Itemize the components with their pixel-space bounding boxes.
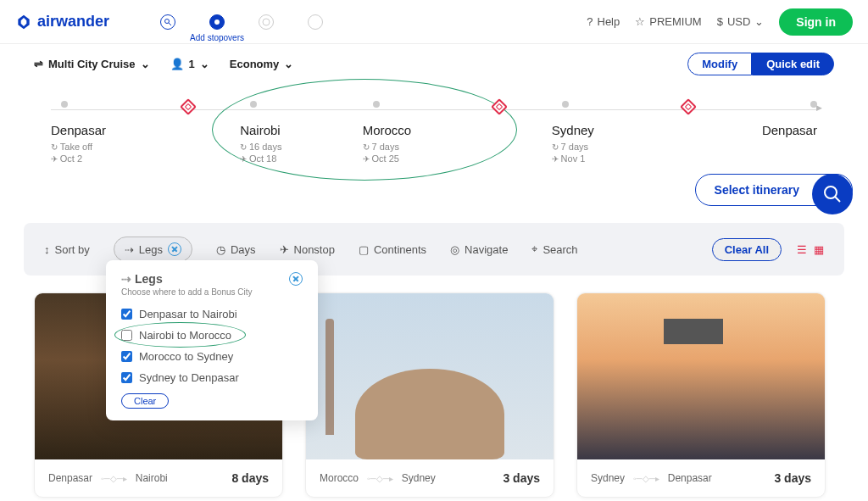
stop-morocco[interactable]: Morocco7 daysOct 25 <box>363 101 439 164</box>
brand-name: airwander <box>37 13 109 31</box>
legs-filter[interactable]: ⇢Legs <box>114 237 192 262</box>
svg-point-3 <box>263 19 270 25</box>
search-filter[interactable]: ⌖Search <box>531 242 577 256</box>
help-link[interactable]: ?Help <box>587 15 620 28</box>
trip-type-selector[interactable]: ⇌Multi City Cruise⌄ <box>34 58 150 70</box>
grid-view-icon[interactable]: ▦ <box>814 243 824 256</box>
svg-line-1 <box>169 23 171 25</box>
svg-line-5 <box>835 197 840 202</box>
step-label: Add stopovers <box>190 33 244 42</box>
stop-denpasar-1[interactable]: DenpasarTake offOct 2 <box>51 101 127 164</box>
legs-popup: ⇢Legs Choose where to add a Bonus City D… <box>106 260 318 420</box>
globe-icon <box>262 18 270 26</box>
chevron-down-icon: ⌄ <box>284 58 293 70</box>
logo[interactable]: airwander <box>15 13 109 31</box>
itinerary-timeline: DenpasarTake offOct 2 Nairobi16 daysOct … <box>0 84 868 174</box>
stop-nairobi[interactable]: Nairobi16 daysOct 18 <box>240 101 316 164</box>
modify-button[interactable]: Modify <box>687 53 752 75</box>
route-arrow-icon: ◦─◇─▸ <box>367 474 393 483</box>
plane-icon: ✈ <box>280 243 289 256</box>
filter-bar: ↕Sort by ⇢Legs ◷Days ✈Nonstop ▢Continent… <box>24 223 844 276</box>
app-header: airwander Add stopovers ?Help ☆PREMIUM $… <box>0 0 868 44</box>
premium-link[interactable]: ☆PREMIUM <box>635 15 701 28</box>
stop-sydney[interactable]: Sydney7 daysNov 1 <box>552 101 628 164</box>
continents-filter[interactable]: ▢Continents <box>359 243 426 256</box>
days-filter[interactable]: ◷Days <box>216 243 256 256</box>
chevron-down-icon: ⌄ <box>141 58 150 70</box>
timeline-stops: DenpasarTake offOct 2 Nairobi16 daysOct … <box>51 101 817 164</box>
close-icon[interactable] <box>168 242 181 256</box>
close-icon[interactable] <box>289 272 303 286</box>
sort-icon: ↕ <box>44 243 50 256</box>
cabin-selector[interactable]: Economy⌄ <box>230 58 294 70</box>
currency-selector[interactable]: $USD⌄ <box>717 15 765 28</box>
route-icon: ⇌ <box>34 58 43 70</box>
pin-icon: ⌖ <box>531 242 537 256</box>
stopover-icon <box>213 18 221 26</box>
passenger-selector[interactable]: 👤1⌄ <box>170 58 209 70</box>
map-icon: ▢ <box>359 243 369 256</box>
help-icon: ? <box>587 15 593 28</box>
leg-checkbox-3[interactable]: Morocco to Sydney <box>121 346 303 367</box>
nonstop-filter[interactable]: ✈Nonstop <box>280 243 335 256</box>
add-stopover-slot-3[interactable] <box>674 101 694 164</box>
stop-denpasar-2[interactable]: Denpasar <box>741 101 817 164</box>
chevron-down-icon: ⌄ <box>754 15 764 28</box>
popup-title: Legs <box>135 272 163 286</box>
clear-all-button[interactable]: Clear All <box>712 238 782 261</box>
logo-icon <box>15 14 32 31</box>
signin-button[interactable]: Sign in <box>779 8 853 36</box>
chevron-down-icon: ⌄ <box>200 58 209 70</box>
search-icon <box>164 19 171 25</box>
leg-checkbox-1[interactable]: Denpasar to Nairobi <box>121 303 303 325</box>
search-fab[interactable] <box>812 174 853 214</box>
step-4[interactable] <box>308 14 323 30</box>
popup-clear-button[interactable]: Clear <box>121 393 169 409</box>
svg-point-0 <box>165 19 170 23</box>
popup-subtitle: Choose where to add a Bonus City <box>121 287 303 297</box>
svg-point-2 <box>214 19 220 25</box>
quick-edit-button[interactable]: Quick edit <box>752 53 834 75</box>
result-card-3[interactable]: Sydney◦─◇─▸Denpasar3 days <box>576 292 826 498</box>
legs-icon: ⇢ <box>121 272 131 286</box>
search-options-row: ⇌Multi City Cruise⌄ 👤1⌄ Economy⌄ Modify … <box>0 44 868 84</box>
leg-checkbox-4[interactable]: Sydney to Denpasar <box>121 367 303 388</box>
list-view-icon[interactable]: ☰ <box>797 243 807 256</box>
compass-icon: ◎ <box>450 243 459 256</box>
step-1[interactable] <box>160 14 175 30</box>
currency-icon: $ <box>717 15 723 28</box>
star-icon: ☆ <box>635 15 645 28</box>
add-stopover-slot-1[interactable] <box>174 101 194 164</box>
card-image <box>577 293 825 459</box>
person-icon: 👤 <box>170 58 184 70</box>
route-arrow-icon: ◦─◇─▸ <box>101 474 127 483</box>
svg-point-4 <box>825 186 837 198</box>
clock-icon: ◷ <box>216 243 225 256</box>
sort-filter[interactable]: ↕Sort by <box>44 243 90 256</box>
step-2-add-stopovers[interactable]: Add stopovers <box>209 14 225 30</box>
leg-checkbox-2[interactable]: Nairobi to Morocco <box>121 325 303 346</box>
step-3[interactable] <box>259 14 274 30</box>
add-stopover-slot-2[interactable] <box>485 101 505 164</box>
result-card-2[interactable]: Morocco◦─◇─▸Sydney3 days <box>305 292 554 498</box>
legs-icon: ⇢ <box>125 243 134 256</box>
search-icon <box>823 185 842 203</box>
card-image <box>306 293 554 459</box>
route-arrow-icon: ◦─◇─▸ <box>633 474 659 483</box>
progress-steps: Add stopovers <box>160 14 323 30</box>
navigate-filter[interactable]: ◎Navigate <box>450 243 508 256</box>
